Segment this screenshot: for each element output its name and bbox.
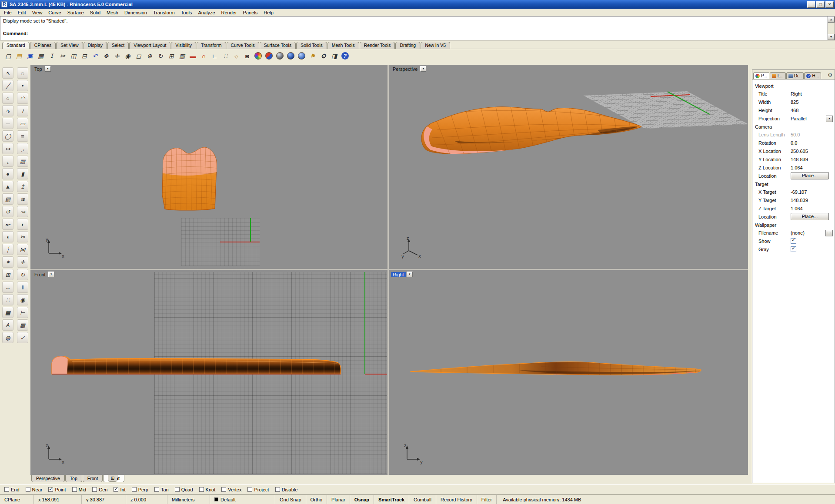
copy-tool-icon[interactable]: ⊞	[2, 269, 13, 280]
ellipse-icon[interactable]: ◯	[2, 130, 13, 142]
viewport-perspective-label[interactable]: Perspective	[391, 66, 426, 72]
uvn-icon[interactable]: ◨	[329, 51, 339, 61]
analyze-icon[interactable]: ✓	[17, 332, 28, 343]
layers-tab[interactable]: L...	[770, 72, 786, 79]
osnap-tan[interactable]: Tan	[154, 487, 169, 492]
tab-mesh-tools[interactable]: Mesh Tools	[327, 42, 359, 49]
menu-view[interactable]: View	[29, 10, 46, 16]
viewport-right[interactable]: z y Right	[389, 270, 748, 475]
scroll-up-icon[interactable]	[828, 17, 835, 23]
move-tool-icon[interactable]: ✛	[17, 256, 28, 268]
pane-osnap[interactable]: Osnap	[350, 495, 374, 504]
perspective-view-model[interactable]	[421, 106, 641, 155]
dimension-icon[interactable]: ⊢	[17, 307, 28, 318]
sphere-icon[interactable]: ●	[2, 168, 13, 179]
viewport-tab-perspective[interactable]: Perspective	[31, 475, 65, 482]
cage-edit-icon[interactable]: ▦	[2, 307, 13, 318]
circle-icon[interactable]: ○	[2, 93, 13, 104]
checkbox-icon[interactable]	[199, 487, 204, 492]
open-file-icon[interactable]: ▤	[14, 51, 24, 61]
checkbox-icon[interactable]	[247, 487, 252, 492]
tab-standard[interactable]: Standard	[2, 42, 30, 49]
osnap-disable[interactable]: Disable	[275, 487, 298, 492]
menu-transform[interactable]: Transform	[150, 10, 178, 16]
osnap-vertex[interactable]: Vertex	[221, 487, 241, 492]
pane-gumball[interactable]: Gumball	[409, 495, 436, 504]
tab-viewport-layout[interactable]: Viewport Layout	[129, 42, 170, 49]
rotate-tool-icon[interactable]: ↻	[17, 269, 28, 280]
osnap-project[interactable]: Project	[247, 487, 269, 492]
ortho-icon[interactable]: ∟	[210, 51, 220, 61]
front-view-model[interactable]	[52, 356, 341, 374]
top-view-model[interactable]	[162, 147, 217, 211]
gears-icon[interactable]: ⚙	[318, 51, 328, 61]
gumball-icon[interactable]: ◉	[17, 294, 28, 305]
tab-render-tools[interactable]: Render Tools	[360, 42, 395, 49]
tab-surface-tools[interactable]: Surface Tools	[260, 42, 296, 49]
cone-icon[interactable]: ▲	[2, 181, 13, 192]
close-button[interactable]	[825, 1, 834, 8]
mirror-icon[interactable]: ‖	[17, 282, 28, 293]
scroll-down-icon[interactable]	[828, 34, 835, 40]
tab-curve-tools[interactable]: Curve Tools	[227, 42, 259, 49]
box-icon[interactable]: ▧	[17, 156, 28, 167]
layer-pane[interactable]: Default	[210, 495, 275, 504]
loft-icon[interactable]: ≋	[17, 193, 28, 205]
curve-icon[interactable]: ∿	[2, 105, 13, 116]
menu-surface[interactable]: Surface	[64, 10, 87, 16]
viewport-perspective[interactable]: z x y Perspective	[389, 65, 748, 269]
osnap-int[interactable]: Int	[114, 487, 125, 492]
viewport-front-label[interactable]: Front	[33, 272, 54, 277]
checkbox-icon[interactable]	[4, 487, 9, 492]
viewport-top[interactable]: y x Top	[30, 65, 387, 269]
osnap-point[interactable]: Point	[48, 487, 66, 492]
pane-filter[interactable]: Filter	[477, 495, 497, 504]
checkbox-icon[interactable]	[154, 487, 159, 492]
text-icon[interactable]: A	[2, 319, 13, 331]
tab-solid-tools[interactable]: Solid Tools	[296, 42, 327, 49]
hatch-icon[interactable]: ▩	[17, 319, 28, 331]
viewport-menu-arrow-icon[interactable]	[45, 66, 51, 72]
viewport-menu-arrow-icon[interactable]	[420, 66, 426, 72]
sweep1-icon[interactable]: ↝	[17, 206, 28, 217]
print-icon[interactable]: ▦	[36, 51, 46, 61]
pane-planar[interactable]: Planar	[327, 495, 350, 504]
checkbox-icon[interactable]	[175, 487, 180, 492]
tab-new-in-v5[interactable]: New in V5	[421, 42, 450, 49]
title-bar[interactable]: R SA-2345-3-mm-L (45 KB) - Rhinoceros 5.…	[0, 0, 835, 9]
menu-render[interactable]: Render	[218, 10, 240, 16]
viewport-menu-arrow-icon[interactable]	[48, 272, 54, 277]
new-file-icon[interactable]: ▢	[3, 51, 13, 61]
display-tab[interactable]: Di...	[786, 72, 804, 79]
magnet-snap-icon[interactable]: ∩	[199, 51, 209, 61]
chamfer-curve-icon[interactable]: ◟	[2, 156, 13, 167]
ghosted-viewport-icon[interactable]	[297, 51, 307, 61]
menu-curve[interactable]: Curve	[45, 10, 64, 16]
array-icon[interactable]: ∷	[2, 294, 13, 305]
menu-mesh[interactable]: Mesh	[104, 10, 121, 16]
save-icon[interactable]: ▣	[25, 51, 35, 61]
checkbox-icon[interactable]	[275, 487, 280, 492]
checkbox-icon[interactable]	[26, 487, 30, 492]
command-prompt[interactable]: Command:	[0, 28, 827, 40]
explode-icon[interactable]: ✶	[2, 256, 13, 268]
lamp-icon[interactable]: ☼	[231, 51, 241, 61]
osnap-near[interactable]: Near	[26, 487, 43, 492]
pane-record-history[interactable]: Record History	[436, 495, 477, 504]
point-icon[interactable]: •	[17, 80, 28, 91]
tab-transform[interactable]: Transform	[197, 42, 226, 49]
menu-file[interactable]: File	[1, 10, 15, 16]
checkbox-icon[interactable]	[92, 487, 97, 492]
menu-dimension[interactable]: Dimension	[121, 10, 150, 16]
viewport-top-label[interactable]: Top	[33, 66, 51, 72]
pane-ortho[interactable]: Ortho	[306, 495, 327, 504]
checkbox-icon[interactable]	[114, 487, 118, 492]
viewport-front[interactable]: z x Front	[30, 270, 387, 475]
fillet-curve-icon[interactable]: ◞	[17, 143, 28, 154]
rectangle-icon[interactable]: ▭	[17, 118, 28, 129]
tab-select[interactable]: Select	[107, 42, 129, 49]
scale-tool-icon[interactable]: ↔	[2, 282, 13, 293]
checkbox-icon[interactable]	[132, 487, 137, 492]
polyline-icon[interactable]: ╱	[2, 80, 13, 91]
osnap-cen[interactable]: Cen	[92, 487, 107, 492]
